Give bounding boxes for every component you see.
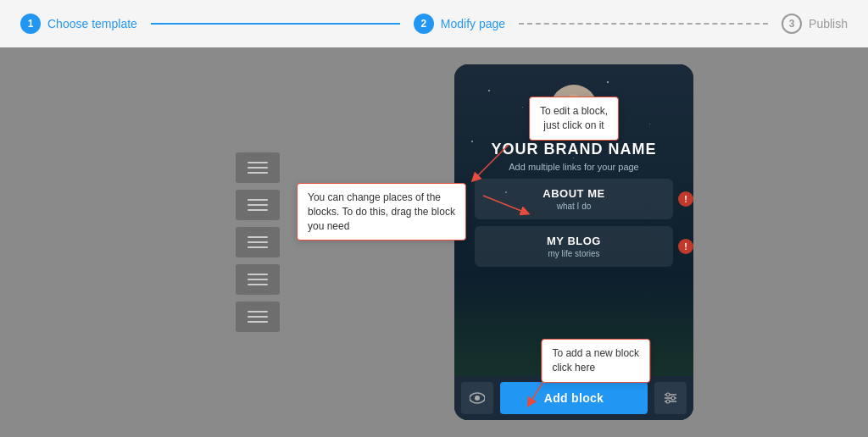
tooltip-add: To add a new blockclick here: [541, 339, 650, 383]
step-2[interactable]: 2 Modify page: [414, 14, 505, 34]
svg-point-7: [666, 393, 670, 396]
tooltip-edit-text: To edit a block,just click on it: [540, 105, 608, 131]
eye-button[interactable]: [461, 382, 493, 414]
block-about-title: ABOUT ME: [483, 187, 665, 200]
svg-point-9: [666, 400, 670, 403]
step-1[interactable]: 1 Choose template: [20, 14, 137, 34]
sidebar-block-3[interactable]: [236, 227, 280, 257]
sidebar-block-4[interactable]: [236, 264, 280, 295]
svg-point-8: [671, 396, 675, 400]
svg-point-3: [475, 396, 480, 401]
stepper: 1 Choose template 2 Modify page 3 Publis…: [0, 0, 868, 47]
step-3-label: Publish: [809, 17, 848, 30]
sidebar-block-2[interactable]: [236, 190, 280, 220]
tooltip-add-text: To add a new blockclick here: [552, 347, 639, 373]
phone-block-about[interactable]: ABOUT ME what I do !: [475, 179, 673, 219]
warning-badge-about: !: [678, 191, 693, 207]
drag-handle: [248, 162, 268, 174]
step-3[interactable]: 3 Publish: [782, 14, 848, 34]
step-line-2: [519, 23, 768, 25]
brand-subtitle: Add multiple links for your page: [509, 162, 638, 172]
sidebar-block-1[interactable]: [236, 152, 280, 183]
step-2-label: Modify page: [441, 17, 505, 30]
step-1-label: Choose template: [47, 17, 137, 30]
tooltip-drag-text: You can change places of the blocks. To …: [308, 191, 455, 232]
block-about-sub: what I do: [483, 202, 665, 211]
brand-name: YOUR BRAND NAME: [492, 141, 657, 158]
sidebar-block-5[interactable]: [236, 301, 280, 332]
warning-badge-blog: !: [678, 239, 693, 254]
step-2-circle: 2: [414, 14, 434, 34]
block-blog-sub: my life stories: [483, 249, 665, 258]
tooltip-edit: To edit a block,just click on it: [529, 97, 619, 141]
tooltip-drag: You can change places of the blocks. To …: [297, 183, 466, 241]
settings-button[interactable]: [654, 382, 687, 414]
block-blog-title: MY BLOG: [483, 235, 665, 247]
step-1-circle: 1: [20, 14, 41, 34]
phone-block-blog[interactable]: MY BLOG my life stories !: [475, 226, 673, 267]
step-line-1: [151, 23, 400, 25]
phone-content: YOUR BRAND NAME Add multiple links for y…: [454, 64, 693, 267]
step-3-circle: 3: [782, 14, 802, 34]
phone-container: To edit a block,just click on it You can…: [280, 47, 868, 437]
main-area: To edit a block,just click on it You can…: [0, 47, 868, 437]
add-block-button[interactable]: Add block: [500, 382, 648, 414]
sidebar: [0, 47, 280, 437]
